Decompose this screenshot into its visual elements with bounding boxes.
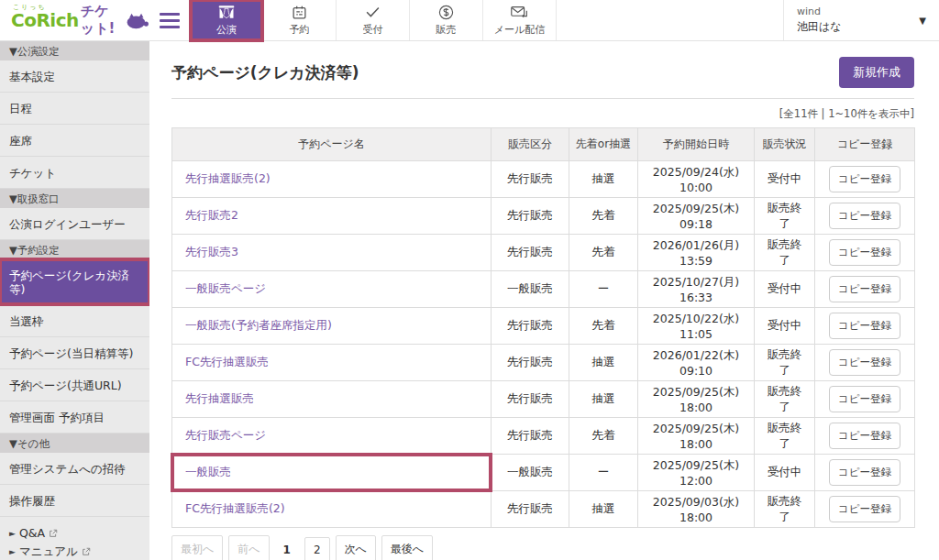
reservation-page-link[interactable]: 先行抽選販売 xyxy=(185,391,254,405)
tab-label: 販売 xyxy=(436,23,457,37)
sales-status-cell: 受付中 xyxy=(755,271,815,308)
logo-furigana: こりっち xyxy=(13,3,47,12)
start-datetime-cell: 2025/09/24(水) 10:00 xyxy=(638,161,755,198)
reservation-page-name-cell: 一般販売 xyxy=(172,455,492,491)
reservation-page-link[interactable]: 先行販売2 xyxy=(185,208,238,222)
sales-category-cell: 先行販売 xyxy=(492,381,569,418)
sidebar-external-link[interactable]: ►Q&A xyxy=(9,524,140,543)
sales-category-cell: 一般販売 xyxy=(492,271,569,308)
tab-reception[interactable]: 受付 xyxy=(337,0,410,40)
user-name: 池田はな xyxy=(797,19,842,34)
reservation-page-link[interactable]: 先行抽選販売(2) xyxy=(185,171,271,185)
reservation-page-name-cell: 一般販売(予約者座席指定用) xyxy=(172,308,492,345)
copy-register-button[interactable]: コピー登録 xyxy=(829,313,900,339)
method-cell: ー xyxy=(569,455,638,491)
sales-category-cell: 先行販売 xyxy=(492,491,569,528)
sidebar-item[interactable]: 公演ログインユーザー xyxy=(0,208,149,240)
start-datetime-cell: 2025/09/25(木) 09:18 xyxy=(638,198,755,235)
pagination-page-button[interactable]: 2 xyxy=(304,537,330,560)
copy-register-button[interactable]: コピー登録 xyxy=(829,423,900,449)
sales-status-cell: 受付中 xyxy=(755,161,815,198)
copy-register-cell: コピー登録 xyxy=(815,308,915,345)
sidebar-item[interactable]: 操作履歴 xyxy=(0,485,149,517)
create-new-button[interactable]: 新規作成 xyxy=(839,57,914,88)
reservation-page-link[interactable]: FC先行抽選販売(2) xyxy=(185,501,285,515)
user-menu[interactable]: wind 池田はな ▼ xyxy=(783,0,939,40)
tab-sales[interactable]: 販売 xyxy=(410,0,483,40)
table-row: 一般販売ページ一般販売ー2025/10/27(月) 16:33受付中コピー登録 xyxy=(172,271,915,308)
logo[interactable]: こりっち CoRich チケット! xyxy=(0,0,149,40)
sidebar-item[interactable]: チケット xyxy=(0,157,149,189)
check-icon xyxy=(365,5,381,20)
result-count: [全11件 | 1~10件を表示中] xyxy=(171,107,914,121)
external-link-icon xyxy=(49,529,58,538)
sidebar-item[interactable]: 管理画面 予約項目 xyxy=(0,401,149,434)
dollar-icon xyxy=(438,5,454,20)
copy-register-button[interactable]: コピー登録 xyxy=(829,203,900,229)
sales-status-cell: 販売終了 xyxy=(755,418,815,455)
pagination-next-button[interactable]: 次へ xyxy=(336,535,376,560)
reservation-page-name-cell: 一般販売ページ xyxy=(172,271,492,308)
sidebar-item[interactable]: 予約ページ(クレカ決済等) xyxy=(0,259,149,305)
sidebar-item[interactable]: 基本設定 xyxy=(0,60,149,93)
tab-performances[interactable]: 公演 xyxy=(190,0,263,40)
app-header: こりっち CoRich チケット! 公演予約受付販売メール配信 wind 池田は… xyxy=(0,0,939,41)
arrow-right-icon: ► xyxy=(9,545,16,558)
sidebar: ▼公演設定基本設定日程座席チケット▼取扱窓口公演ログインユーザー▼予約設定予約ペ… xyxy=(0,41,149,560)
copy-register-button[interactable]: コピー登録 xyxy=(829,166,900,192)
method-cell: 抽選 xyxy=(569,381,638,418)
table-header-row: 予約ページ名販売区分先着or抽選予約開始日時販売状況コピー登録 xyxy=(172,128,915,161)
sidebar-item[interactable]: 当選枠 xyxy=(0,305,149,337)
tab-mail-delivery[interactable]: メール配信 xyxy=(483,0,557,40)
arrow-right-icon: ► xyxy=(9,527,16,540)
start-datetime-cell: 2026/01/26(月) 13:59 xyxy=(638,235,755,271)
reservation-page-name-cell: 先行販売2 xyxy=(172,198,492,235)
sidebar-item[interactable]: 日程 xyxy=(0,93,149,125)
copy-register-button[interactable]: コピー登録 xyxy=(829,349,900,376)
reservation-page-link[interactable]: 先行販売ページ xyxy=(185,428,266,442)
sales-category-cell: 一般販売 xyxy=(492,455,569,491)
method-cell: ー xyxy=(569,271,638,308)
copy-register-button[interactable]: コピー登録 xyxy=(829,276,900,302)
copy-register-button[interactable]: コピー登録 xyxy=(829,459,900,486)
table-row: 一般販売(予約者座席指定用)先行販売先着2025/10/22(水) 11:05受… xyxy=(172,308,915,345)
reservation-page-link[interactable]: 一般販売(予約者座席指定用) xyxy=(185,318,332,332)
method-cell: 先着 xyxy=(569,198,638,235)
sidebar-external-link-label: Q&A xyxy=(19,527,45,540)
copy-register-cell: コピー登録 xyxy=(815,345,915,381)
sidebar-external-link[interactable]: ►マニュアル xyxy=(9,543,140,560)
copy-register-button[interactable]: コピー登録 xyxy=(829,386,900,412)
copy-register-button[interactable]: コピー登録 xyxy=(829,239,900,266)
app-window: こりっち CoRich チケット! 公演予約受付販売メール配信 wind 池田は… xyxy=(0,0,939,560)
page-title: 予約ページ(クレカ決済等) xyxy=(171,62,359,83)
sidebar-item[interactable]: 予約ページ(共通URL) xyxy=(0,369,149,401)
sales-category-cell: 先行販売 xyxy=(492,235,569,271)
pagination-first-button[interactable]: 最初へ xyxy=(171,535,223,560)
sidebar-item[interactable]: 座席 xyxy=(0,125,149,157)
tab-reservations[interactable]: 予約 xyxy=(263,0,337,40)
start-datetime-cell: 2025/09/25(木) 12:00 xyxy=(638,455,755,491)
pagination-prev-button[interactable]: 前へ xyxy=(228,535,269,560)
sidebar-external-links: ►Q&A►マニュアル►動画マニュアル►お問い合わせ xyxy=(0,517,149,560)
reservation-page-link[interactable]: 一般販売 xyxy=(185,465,231,478)
table-column-header: 販売状況 xyxy=(755,128,815,161)
sales-status-cell: 受付中 xyxy=(755,308,815,345)
sidebar-item[interactable]: 管理システムへの招待 xyxy=(0,453,149,485)
reservation-page-link[interactable]: 先行販売3 xyxy=(185,245,238,258)
curtain-icon xyxy=(218,5,235,20)
copy-register-button[interactable]: コピー登録 xyxy=(829,496,900,522)
copy-register-cell: コピー登録 xyxy=(815,198,915,235)
tab-label: 受付 xyxy=(363,23,383,37)
sidebar-item[interactable]: 予約ページ(当日精算等) xyxy=(0,337,149,369)
reservation-page-link[interactable]: 一般販売ページ xyxy=(185,281,266,295)
menu-button[interactable] xyxy=(149,0,190,40)
table-row: 先行抽選販売先行販売抽選2025/09/25(木) 18:00販売終了コピー登録 xyxy=(172,381,915,418)
table-row: 一般販売一般販売ー2025/09/25(木) 12:00受付中コピー登録 xyxy=(172,455,915,491)
table-row: 先行抽選販売(2)先行販売抽選2025/09/24(水) 10:00受付中コピー… xyxy=(172,161,915,198)
copy-register-cell: コピー登録 xyxy=(815,418,915,455)
pagination-last-button[interactable]: 最後へ xyxy=(381,535,433,560)
sales-category-cell: 先行販売 xyxy=(492,161,569,198)
sidebar-section-header: ▼予約設定 xyxy=(0,240,149,259)
sales-status-cell: 販売終了 xyxy=(755,198,815,235)
reservation-page-link[interactable]: FC先行抽選販売 xyxy=(185,355,269,368)
